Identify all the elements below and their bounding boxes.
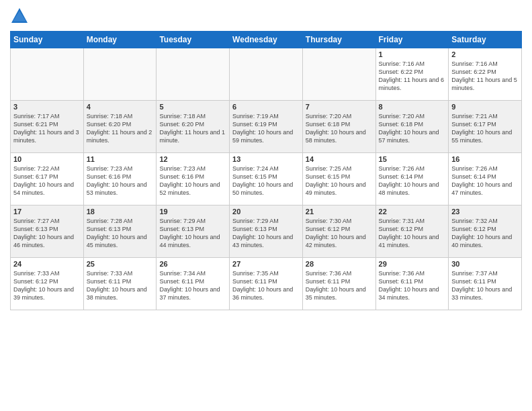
day-number: 10 [13,155,81,163]
day-number: 2 [451,50,519,58]
calendar-cell: 10Sunrise: 7:22 AM Sunset: 6:17 PM Dayli… [11,153,84,205]
day-number: 27 [232,260,300,268]
weekday-header-wednesday: Wednesday [230,32,303,48]
day-info: Sunrise: 7:27 AM Sunset: 6:13 PM Dayligh… [13,217,81,250]
day-info: Sunrise: 7:17 AM Sunset: 6:21 PM Dayligh… [13,112,81,145]
day-number: 17 [13,208,81,216]
day-info: Sunrise: 7:29 AM Sunset: 6:13 PM Dayligh… [159,217,226,250]
day-number: 16 [451,155,519,163]
day-info: Sunrise: 7:26 AM Sunset: 6:14 PM Dayligh… [379,165,446,197]
weekday-header-sunday: Sunday [11,32,84,48]
calendar-cell: 28Sunrise: 7:36 AM Sunset: 6:11 PM Dayli… [302,258,375,310]
calendar-week-5: 24Sunrise: 7:33 AM Sunset: 6:12 PM Dayli… [11,258,522,310]
weekday-header-thursday: Thursday [302,32,375,48]
day-number: 4 [87,103,154,111]
day-number: 24 [13,260,81,268]
day-info: Sunrise: 7:25 AM Sunset: 6:15 PM Dayligh… [306,165,373,197]
calendar-cell: 7Sunrise: 7:20 AM Sunset: 6:18 PM Daylig… [302,101,375,153]
calendar-cell: 21Sunrise: 7:30 AM Sunset: 6:12 PM Dayli… [302,205,375,258]
day-number: 3 [13,103,81,111]
weekday-header-saturday: Saturday [449,32,522,48]
day-info: Sunrise: 7:35 AM Sunset: 6:11 PM Dayligh… [232,269,300,302]
calendar-cell: 11Sunrise: 7:23 AM Sunset: 6:16 PM Dayli… [83,153,157,205]
header [10,7,522,26]
day-number: 6 [232,103,300,111]
calendar-cell: 13Sunrise: 7:24 AM Sunset: 6:15 PM Dayli… [230,153,303,205]
day-number: 25 [87,260,154,268]
calendar-cell: 29Sunrise: 7:36 AM Sunset: 6:11 PM Dayli… [375,258,449,310]
calendar-cell [302,48,375,101]
logo [10,7,32,26]
weekday-header-friday: Friday [375,32,449,48]
weekday-header-tuesday: Tuesday [157,32,230,48]
calendar-week-1: 1Sunrise: 7:16 AM Sunset: 6:22 PM Daylig… [11,48,522,101]
calendar-cell [230,48,303,101]
calendar-cell: 22Sunrise: 7:31 AM Sunset: 6:12 PM Dayli… [375,205,449,258]
day-info: Sunrise: 7:23 AM Sunset: 6:16 PM Dayligh… [159,165,226,197]
day-info: Sunrise: 7:24 AM Sunset: 6:15 PM Dayligh… [232,165,300,197]
calendar-cell: 12Sunrise: 7:23 AM Sunset: 6:16 PM Dayli… [157,153,230,205]
calendar-cell: 24Sunrise: 7:33 AM Sunset: 6:12 PM Dayli… [11,258,84,310]
calendar-cell: 17Sunrise: 7:27 AM Sunset: 6:13 PM Dayli… [11,205,84,258]
day-info: Sunrise: 7:21 AM Sunset: 6:17 PM Dayligh… [451,112,519,145]
calendar-cell: 14Sunrise: 7:25 AM Sunset: 6:15 PM Dayli… [302,153,375,205]
day-info: Sunrise: 7:33 AM Sunset: 6:11 PM Dayligh… [87,269,154,302]
day-number: 5 [159,103,226,111]
day-info: Sunrise: 7:31 AM Sunset: 6:12 PM Dayligh… [379,217,446,250]
calendar-cell [83,48,157,101]
day-number: 28 [306,260,373,268]
calendar-cell: 1Sunrise: 7:16 AM Sunset: 6:22 PM Daylig… [375,48,449,101]
day-info: Sunrise: 7:34 AM Sunset: 6:11 PM Dayligh… [159,269,226,302]
day-number: 9 [451,103,519,111]
svg-marker-1 [13,11,26,21]
day-info: Sunrise: 7:32 AM Sunset: 6:12 PM Dayligh… [451,217,519,250]
calendar-cell: 5Sunrise: 7:18 AM Sunset: 6:20 PM Daylig… [157,101,230,153]
calendar-cell [11,48,84,101]
day-number: 1 [379,50,446,58]
calendar-cell: 27Sunrise: 7:35 AM Sunset: 6:11 PM Dayli… [230,258,303,310]
calendar-cell: 8Sunrise: 7:20 AM Sunset: 6:18 PM Daylig… [375,101,449,153]
day-number: 8 [379,103,446,111]
day-info: Sunrise: 7:33 AM Sunset: 6:12 PM Dayligh… [13,269,81,302]
day-info: Sunrise: 7:29 AM Sunset: 6:13 PM Dayligh… [232,217,300,250]
calendar-cell: 15Sunrise: 7:26 AM Sunset: 6:14 PM Dayli… [375,153,449,205]
calendar-cell: 18Sunrise: 7:28 AM Sunset: 6:13 PM Dayli… [83,205,157,258]
day-info: Sunrise: 7:16 AM Sunset: 6:22 PM Dayligh… [451,60,519,93]
calendar-cell: 30Sunrise: 7:37 AM Sunset: 6:11 PM Dayli… [449,258,522,310]
day-info: Sunrise: 7:37 AM Sunset: 6:11 PM Dayligh… [451,269,519,302]
day-info: Sunrise: 7:18 AM Sunset: 6:20 PM Dayligh… [159,112,226,145]
calendar-table: SundayMondayTuesdayWednesdayThursdayFrid… [10,31,522,310]
day-info: Sunrise: 7:20 AM Sunset: 6:18 PM Dayligh… [306,112,373,145]
day-number: 23 [451,208,519,216]
logo-icon [10,7,29,26]
calendar-cell: 16Sunrise: 7:26 AM Sunset: 6:14 PM Dayli… [449,153,522,205]
day-info: Sunrise: 7:22 AM Sunset: 6:17 PM Dayligh… [13,165,81,197]
day-number: 13 [232,155,300,163]
day-info: Sunrise: 7:28 AM Sunset: 6:13 PM Dayligh… [87,217,154,250]
day-info: Sunrise: 7:18 AM Sunset: 6:20 PM Dayligh… [87,112,154,145]
day-number: 29 [379,260,446,268]
day-info: Sunrise: 7:16 AM Sunset: 6:22 PM Dayligh… [379,60,446,93]
day-info: Sunrise: 7:36 AM Sunset: 6:11 PM Dayligh… [379,269,446,302]
day-number: 18 [87,208,154,216]
day-info: Sunrise: 7:19 AM Sunset: 6:19 PM Dayligh… [232,112,300,145]
day-info: Sunrise: 7:36 AM Sunset: 6:11 PM Dayligh… [306,269,373,302]
day-info: Sunrise: 7:20 AM Sunset: 6:18 PM Dayligh… [379,112,446,145]
calendar-cell: 9Sunrise: 7:21 AM Sunset: 6:17 PM Daylig… [449,101,522,153]
day-number: 14 [306,155,373,163]
calendar-cell [157,48,230,101]
calendar-cell: 20Sunrise: 7:29 AM Sunset: 6:13 PM Dayli… [230,205,303,258]
weekday-header-row: SundayMondayTuesdayWednesdayThursdayFrid… [11,32,522,48]
day-info: Sunrise: 7:30 AM Sunset: 6:12 PM Dayligh… [306,217,373,250]
calendar-cell: 2Sunrise: 7:16 AM Sunset: 6:22 PM Daylig… [449,48,522,101]
day-number: 15 [379,155,446,163]
calendar-cell: 19Sunrise: 7:29 AM Sunset: 6:13 PM Dayli… [157,205,230,258]
calendar-cell: 4Sunrise: 7:18 AM Sunset: 6:20 PM Daylig… [83,101,157,153]
day-number: 30 [451,260,519,268]
day-number: 26 [159,260,226,268]
day-number: 7 [306,103,373,111]
day-number: 19 [159,208,226,216]
page: SundayMondayTuesdayWednesdayThursdayFrid… [0,0,532,411]
calendar-cell: 25Sunrise: 7:33 AM Sunset: 6:11 PM Dayli… [83,258,157,310]
day-number: 22 [379,208,446,216]
